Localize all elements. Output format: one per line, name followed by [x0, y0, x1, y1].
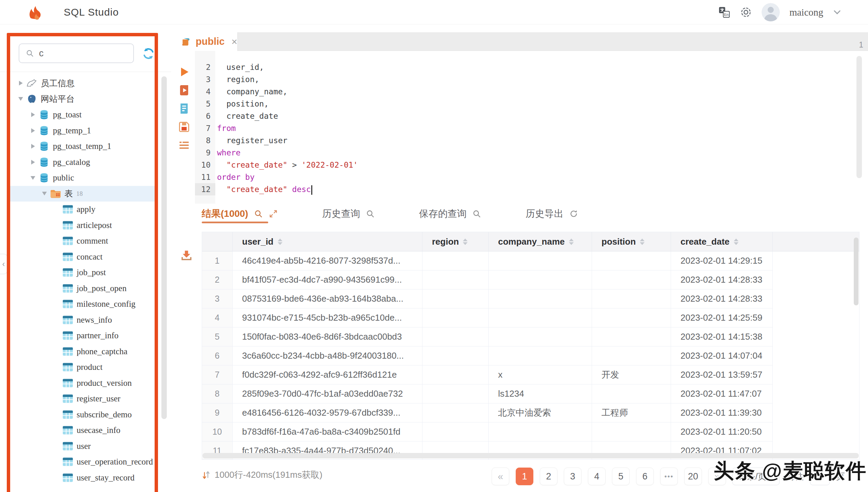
- table-row[interactable]: 9e4816456-6126-4032-9579-67dbcf339...北京中…: [202, 403, 859, 422]
- table-cell[interactable]: [592, 422, 671, 441]
- tree-item[interactable]: pg_temp_1: [9, 123, 158, 138]
- results-tab[interactable]: 结果(1000): [202, 207, 278, 220]
- avatar[interactable]: [762, 3, 780, 21]
- sort-icon[interactable]: [569, 239, 574, 245]
- table-cell[interactable]: [422, 403, 489, 422]
- table-cell[interactable]: [489, 289, 592, 308]
- table-cell[interactable]: [592, 270, 671, 289]
- run-icon[interactable]: [178, 66, 190, 78]
- tree-item[interactable]: articlepost: [9, 217, 158, 233]
- table-cell[interactable]: b783df6f-f16a-47a6-ba8a-c3409b2501fd: [233, 422, 422, 441]
- table-cell[interactable]: [422, 308, 489, 327]
- caret-down-icon[interactable]: [28, 176, 37, 180]
- caret-down-icon[interactable]: [16, 97, 25, 101]
- caret-down-icon[interactable]: [40, 192, 49, 195]
- goto-page-input[interactable]: [810, 468, 830, 485]
- tree-item[interactable]: usecase_info: [9, 422, 158, 438]
- table-cell[interactable]: [422, 365, 489, 384]
- table-cell[interactable]: ls1234: [489, 384, 592, 403]
- table-cell[interactable]: [422, 251, 489, 270]
- tree-item[interactable]: comment: [9, 233, 158, 249]
- table-cell[interactable]: 开发: [592, 365, 671, 384]
- table-cell[interactable]: [422, 270, 489, 289]
- table-cell[interactable]: 2023-02-01 11:47:07: [671, 384, 773, 403]
- table-cell[interactable]: 2023-02-01 14:29:15: [671, 251, 773, 270]
- table-cell[interactable]: 北京中油爱索: [489, 403, 592, 422]
- code-line[interactable]: 9where: [195, 147, 704, 159]
- sidebar-collapse-handle[interactable]: ‹: [0, 254, 7, 274]
- tree-item[interactable]: user_stay_record: [9, 470, 158, 486]
- format-icon[interactable]: [178, 102, 190, 115]
- tree-item[interactable]: product: [9, 359, 158, 375]
- tree-item[interactable]: concact: [9, 249, 158, 265]
- table-cell[interactable]: [489, 308, 592, 327]
- table-cell[interactable]: [489, 346, 592, 365]
- tree-item[interactable]: user: [9, 438, 158, 454]
- column-header[interactable]: user_id: [233, 232, 422, 251]
- table-cell[interactable]: [592, 384, 671, 403]
- tree-item[interactable]: pg_toast: [9, 107, 158, 122]
- table-cell[interactable]: x: [489, 365, 592, 384]
- caret-right-icon[interactable]: [28, 144, 37, 149]
- table-cell[interactable]: 2023-02-01 14:28:33: [671, 289, 773, 308]
- table-cell[interactable]: 3c6a60cc-b234-4cbb-a48b-9f24003180...: [233, 346, 422, 365]
- table-row[interactable]: 63c6a60cc-b234-4cbb-a48b-9f24003180...20…: [202, 346, 859, 365]
- more-pages-button[interactable]: •••: [660, 468, 678, 485]
- page-button[interactable]: 5: [612, 468, 630, 485]
- code-line[interactable]: 2 user_id,: [195, 61, 704, 73]
- table-row[interactable]: 2bf41f057-ec3d-4dc7-a990-9435691c99...20…: [202, 270, 859, 289]
- table-cell[interactable]: [489, 270, 592, 289]
- caret-right-icon[interactable]: [28, 112, 37, 117]
- table-horizontal-scrollbar[interactable]: [202, 453, 859, 458]
- table-cell[interactable]: [592, 251, 671, 270]
- page-button[interactable]: 20: [684, 468, 702, 485]
- page-size-select[interactable]: 50条/页: [732, 468, 780, 485]
- table-cell[interactable]: 2023-02-01 11:39:30: [671, 403, 773, 422]
- table-cell[interactable]: 2023-02-01 13:59:57: [671, 365, 773, 384]
- table-cell[interactable]: 2023-02-01 14:15:38: [671, 327, 773, 346]
- tree-item[interactable]: 表18: [9, 186, 158, 202]
- caret-right-icon[interactable]: [28, 128, 37, 133]
- tree-item[interactable]: partner_info: [9, 328, 158, 343]
- table-vertical-scrollbar[interactable]: [854, 238, 859, 305]
- sort-icon[interactable]: [640, 239, 645, 245]
- sort-icon[interactable]: [734, 239, 738, 245]
- tree-item[interactable]: news_info: [9, 312, 158, 328]
- outline-icon[interactable]: [178, 139, 190, 151]
- table-cell[interactable]: 2023-02-01 14:25:59: [671, 308, 773, 327]
- tree-item[interactable]: user_operation_record: [9, 454, 158, 470]
- caret-right-icon[interactable]: [28, 160, 37, 165]
- download-results-icon[interactable]: [180, 249, 193, 262]
- table-cell[interactable]: [422, 289, 489, 308]
- table-row[interactable]: 4931074bc-e715-45cb-b23b-a965c10de...202…: [202, 308, 859, 327]
- table-cell[interactable]: [592, 327, 671, 346]
- caret-right-icon[interactable]: [16, 81, 25, 86]
- code-line[interactable]: 4 company_name,: [195, 86, 704, 98]
- tree-item[interactable]: subscribe_demo: [9, 407, 158, 422]
- table-cell[interactable]: [489, 327, 592, 346]
- sort-icon[interactable]: [463, 239, 468, 245]
- results-tab[interactable]: 历史查询: [322, 207, 375, 220]
- table-cell[interactable]: [422, 346, 489, 365]
- table-cell[interactable]: f0dc329f-c063-4292-afc9-612ff36d121e: [233, 365, 422, 384]
- table-cell[interactable]: [422, 327, 489, 346]
- page-button[interactable]: 2: [540, 468, 557, 485]
- table-cell[interactable]: 285f09e3-70d0-47fc-b1af-a03edd0ae732: [233, 384, 422, 403]
- table-cell[interactable]: bf41f057-ec3d-4dc7-a990-9435691c99...: [233, 270, 422, 289]
- close-tab-icon[interactable]: ×: [231, 37, 237, 47]
- column-header[interactable]: create_date: [671, 232, 773, 251]
- table-cell[interactable]: 2023-02-01 14:28:33: [671, 270, 773, 289]
- table-cell[interactable]: e4816456-6126-4032-9579-67dbcf339...: [233, 403, 422, 422]
- settings-icon[interactable]: [740, 6, 752, 18]
- results-tab[interactable]: 历史导出: [526, 207, 578, 220]
- tree-item[interactable]: apply: [9, 202, 158, 217]
- prev-page-button[interactable]: «: [492, 468, 509, 485]
- page-button[interactable]: 1: [516, 468, 533, 485]
- page-button[interactable]: 6: [636, 468, 654, 485]
- table-cell[interactable]: [489, 251, 592, 270]
- code-line[interactable]: 7from: [195, 122, 704, 134]
- table-row[interactable]: 7f0dc329f-c063-4292-afc9-612ff36d121ex开发…: [202, 365, 859, 384]
- table-cell[interactable]: 2023-02-01 14:07:04: [671, 346, 773, 365]
- table-cell[interactable]: 150f0fac-b083-40e6-8d6f-3bdcaac00bd3: [233, 327, 422, 346]
- table-cell[interactable]: 46c419e4-ab5b-4216-8077-3298f537d...: [233, 251, 422, 270]
